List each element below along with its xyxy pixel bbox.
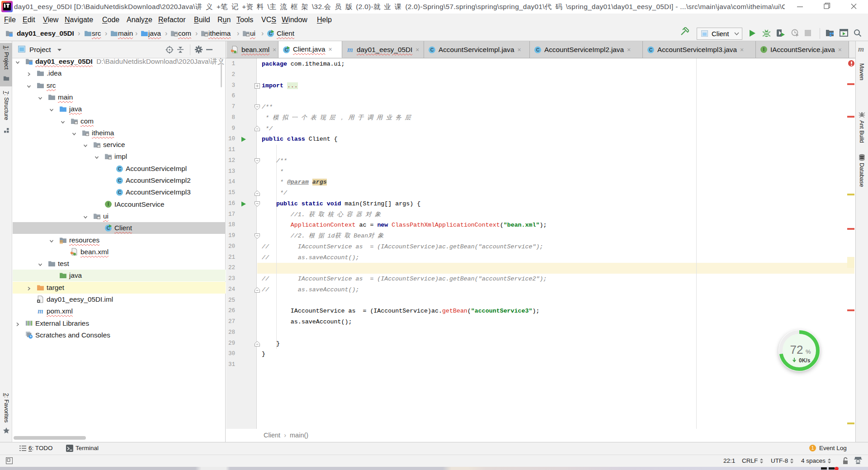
svg-text:m: m — [38, 307, 43, 315]
svg-text:m: m — [347, 46, 353, 53]
svg-text:C: C — [118, 178, 122, 183]
svg-text:I: I — [763, 47, 764, 52]
svg-text:72: 72 — [790, 343, 803, 356]
svg-text:I: I — [108, 201, 109, 207]
svg-text:C: C — [649, 47, 653, 52]
svg-text:C: C — [536, 47, 540, 52]
svg-text:%: % — [806, 348, 811, 355]
svg-text:C: C — [430, 47, 434, 52]
svg-text:C: C — [118, 166, 122, 171]
svg-text:0K/s: 0K/s — [799, 357, 811, 364]
svg-text:C: C — [118, 190, 122, 195]
